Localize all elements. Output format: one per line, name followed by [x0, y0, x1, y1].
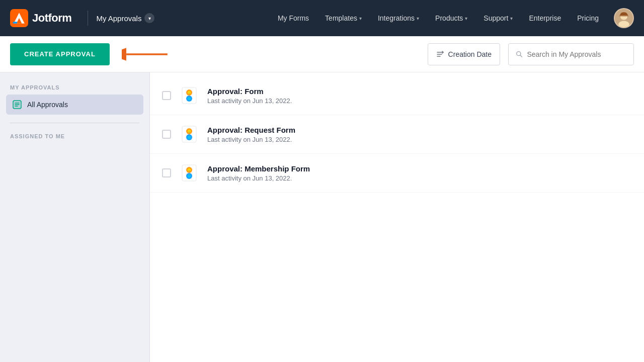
svg-line-13: [520, 55, 522, 57]
products-chevron: ▾: [465, 16, 467, 21]
sort-icon: [436, 50, 444, 58]
nav-pricing[interactable]: Pricing: [570, 10, 606, 26]
approval-date-1: Last activity on Jun 13, 2022.: [207, 97, 632, 105]
search-bar[interactable]: [508, 43, 634, 65]
integrations-chevron: ▾: [417, 16, 419, 21]
my-approvals-section-label: MY APPROVALS: [6, 82, 143, 95]
nav-support[interactable]: Support ▾: [476, 10, 520, 26]
header: Jotform My Approvals ▾ My Forms Template…: [0, 0, 644, 36]
user-avatar[interactable]: [614, 8, 634, 28]
main-layout: MY APPROVALS All Approvals ASSIGNED TO M…: [0, 72, 644, 362]
search-icon: [516, 50, 523, 58]
approval-membership-icon: [179, 163, 199, 183]
approval-item[interactable]: Approval: Form Last activity on Jun 13, …: [150, 76, 644, 115]
svg-rect-24: [189, 93, 190, 99]
sidebar: MY APPROVALS All Approvals ASSIGNED TO M…: [0, 72, 150, 362]
arrow-annotation: [122, 47, 172, 62]
approval-date-3: Last activity on Jun 13, 2022.: [207, 174, 632, 182]
logo-text: Jotform: [32, 12, 71, 25]
nav-my-forms[interactable]: My Forms: [271, 10, 316, 26]
sort-button-label: Creation Date: [448, 50, 492, 58]
nav-integrations[interactable]: Integrations ▾: [371, 10, 426, 26]
approval-title-2: Approval: Request Form: [207, 126, 632, 134]
approval-info-1: Approval: Form Last activity on Jun 13, …: [207, 87, 632, 105]
assigned-to-me-section-label: ASSIGNED TO ME: [6, 131, 143, 143]
sidebar-divider: [10, 123, 139, 123]
avatar-image: [615, 9, 633, 27]
nav-products[interactable]: Products ▾: [428, 10, 474, 26]
support-chevron: ▾: [510, 16, 513, 21]
create-approval-button[interactable]: CREATE APPROVAL: [10, 43, 110, 65]
approval-title-1: Approval: Form: [207, 87, 632, 96]
svg-rect-36: [189, 170, 190, 176]
approval-info-3: Approval: Membership Form Last activity …: [207, 164, 632, 182]
templates-chevron: ▾: [359, 16, 362, 21]
all-approvals-label: All Approvals: [27, 101, 68, 109]
approval-list: Approval: Form Last activity on Jun 13, …: [150, 72, 644, 197]
approval-date-2: Last activity on Jun 13, 2022.: [207, 136, 632, 143]
my-approvals-nav[interactable]: My Approvals ▾: [96, 13, 154, 23]
approval-checkbox-1[interactable]: [162, 91, 171, 100]
header-divider: [88, 11, 88, 26]
approval-form-icon: [179, 85, 199, 106]
search-input[interactable]: [527, 50, 626, 58]
header-nav: My Forms Templates ▾ Integrations ▾ Prod…: [271, 10, 606, 26]
nav-templates[interactable]: Templates ▾: [318, 10, 369, 26]
approval-item[interactable]: Approval: Request Form Last activity on …: [150, 115, 644, 154]
approval-title-3: Approval: Membership Form: [207, 164, 632, 173]
approval-item[interactable]: Approval: Membership Form Last activity …: [150, 154, 644, 193]
main-content: Approval: Form Last activity on Jun 13, …: [150, 72, 644, 362]
orange-arrow-icon: [122, 47, 172, 62]
nav-enterprise[interactable]: Enterprise: [522, 10, 568, 26]
sort-button[interactable]: Creation Date: [428, 43, 500, 65]
svg-rect-30: [189, 131, 190, 137]
svg-rect-3: [13, 22, 17, 24]
approval-info-2: Approval: Request Form Last activity on …: [207, 126, 632, 143]
toolbar: CREATE APPROVAL Creation Date: [0, 36, 644, 72]
logo-area[interactable]: Jotform: [10, 9, 71, 27]
my-approvals-chevron: ▾: [144, 13, 154, 23]
all-approvals-icon: [12, 100, 22, 110]
approval-checkbox-3[interactable]: [162, 168, 171, 177]
sidebar-item-all-approvals[interactable]: All Approvals: [6, 95, 143, 115]
approval-request-icon: [179, 124, 199, 144]
my-approvals-label: My Approvals: [96, 14, 141, 23]
jotform-logo-icon: [10, 9, 28, 27]
approval-checkbox-2[interactable]: [162, 130, 171, 139]
